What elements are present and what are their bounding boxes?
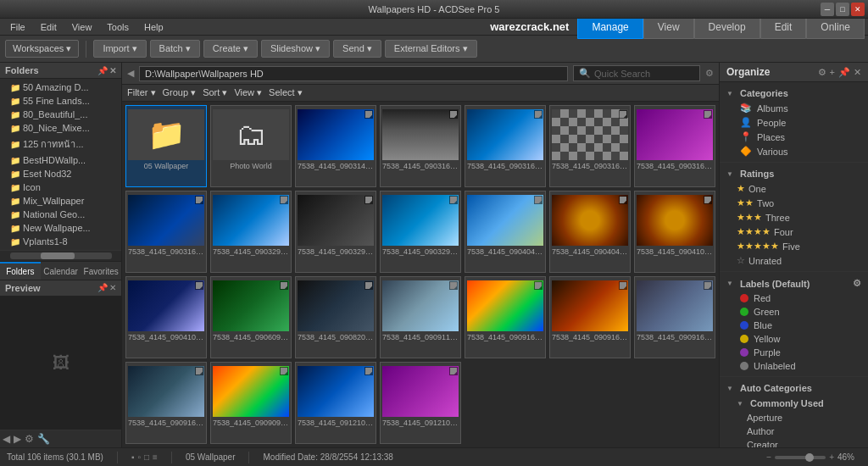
zoom-track[interactable] (775, 456, 826, 459)
preview-tool-2[interactable]: ▶ (14, 433, 21, 445)
org-item-places[interactable]: 📍 Places (720, 130, 868, 144)
rating-five[interactable]: ★★★★★Five (720, 239, 868, 253)
sidebar-tab-folders[interactable]: Folders (0, 262, 41, 280)
sidebar-tab-favorites[interactable]: Favorites (81, 262, 121, 280)
thumb-size-large[interactable]: □ (144, 452, 149, 462)
auto-categories-header[interactable]: ▼ Auto Categories (720, 380, 868, 396)
rating-two[interactable]: ★★Two (720, 196, 868, 210)
sidebar-close-icon[interactable]: ✕ (109, 66, 116, 75)
thumbnail-item[interactable]: 🗂Photo World (210, 105, 292, 187)
labels-header[interactable]: ▼ Labels (Default) ⚙ (720, 275, 868, 291)
scroll-track[interactable] (10, 252, 112, 259)
folder-item[interactable]: 📁Icon (0, 180, 121, 194)
select-tool[interactable]: Select ▾ (269, 87, 303, 98)
create-button[interactable]: Create ▾ (203, 40, 258, 58)
sidebar-tab-calendar[interactable]: Calendar (41, 262, 81, 280)
categories-header[interactable]: ▼ Categories (720, 86, 868, 101)
filter-tool[interactable]: Filter ▾ (127, 87, 156, 98)
folder-item[interactable]: 📁80_Beautiful_... (0, 108, 121, 121)
auto-cat-author[interactable]: Author (720, 424, 868, 438)
thumbnail-item[interactable]: 7538_4145_0903161... (549, 105, 631, 187)
preview-close-icon[interactable]: ✕ (109, 283, 116, 292)
external-editors-button[interactable]: External Editors ▾ (385, 40, 477, 58)
label-yellow[interactable]: Yellow (720, 332, 868, 346)
view-tool[interactable]: View ▾ (234, 87, 262, 98)
send-button[interactable]: Send ▾ (333, 40, 381, 58)
folder-item[interactable]: 📁Eset Nod32 (0, 167, 121, 180)
maximize-button[interactable]: □ (836, 3, 849, 16)
folder-item[interactable]: 📁New Wallpape... (0, 221, 121, 235)
org-item-albums[interactable]: 📚 Albums (720, 101, 868, 115)
zoom-plus[interactable]: + (829, 452, 834, 462)
label-red[interactable]: Red (720, 291, 868, 305)
thumbnail-item[interactable]: 7538_4145_0903161... (634, 105, 715, 187)
group-tool[interactable]: Group ▾ (163, 87, 197, 98)
thumbnail-item[interactable]: 7538_4145_0909161... (634, 276, 715, 358)
thumbnail-item[interactable]: 7538_4145_0903290... (380, 191, 461, 273)
rating-four[interactable]: ★★★★Four (720, 225, 868, 239)
auto-cat-aperture[interactable]: Aperture (720, 411, 868, 424)
thumbnail-item[interactable]: 7538_4145_0903161... (125, 191, 207, 273)
thumbnail-item[interactable]: 7538_4145_0909091... (210, 362, 292, 444)
zoom-minus[interactable]: − (766, 452, 771, 462)
thumb-size-medium[interactable]: ▫ (137, 452, 141, 462)
label-green[interactable]: Green (720, 305, 868, 319)
content-nav-back[interactable]: ◀ (127, 68, 134, 79)
menu-tools[interactable]: Tools (100, 20, 136, 34)
search-settings-icon[interactable]: ⚙ (705, 68, 714, 79)
folder-item[interactable]: 📁50 Amazing D... (0, 80, 121, 94)
menu-view[interactable]: View (65, 20, 99, 34)
thumbnail-item[interactable]: 7538_4145_0909161... (465, 276, 546, 358)
thumbnail-item[interactable]: 7538_4145_0903161... (380, 105, 461, 187)
thumbnail-item[interactable]: 7538_4145_0912101... (380, 362, 461, 444)
thumbnail-item[interactable]: 7538_4145_0908201... (295, 276, 376, 358)
folder-item[interactable]: 📁Mix_Wallpaper (0, 194, 121, 208)
thumbnail-item[interactable]: 7538_4145_0903290... (210, 191, 292, 273)
close-button[interactable]: ✕ (851, 3, 865, 16)
ratings-header[interactable]: ▼ Ratings (720, 166, 868, 181)
commonly-used-header[interactable]: ▼ Commonly Used (720, 396, 868, 411)
thumbnail-item[interactable]: 7538_4145_0912101... (295, 362, 376, 444)
thumbnail-item[interactable]: 📁05 Wallpaper (125, 105, 207, 187)
thumbnail-item[interactable]: 7538_4145_0903290... (295, 191, 376, 273)
label-unlabeled[interactable]: Unlabeled (720, 359, 868, 373)
folder-item[interactable]: 📁National Geo... (0, 208, 121, 221)
preview-tool-1[interactable]: ◀ (3, 433, 10, 445)
thumbnail-item[interactable]: 7538_4145_0909161... (125, 362, 207, 444)
thumbnail-item[interactable]: 7538_4145_0906092... (210, 276, 292, 358)
folder-item[interactable]: 📁BestHDWallp... (0, 153, 121, 167)
label-blue[interactable]: Blue (720, 319, 868, 332)
org-item-various[interactable]: 🔶 Various (720, 144, 868, 158)
rating-one[interactable]: ★One (720, 181, 868, 196)
organize-settings-icon[interactable]: ⚙ (818, 67, 826, 78)
menu-edit[interactable]: Edit (34, 20, 64, 34)
rating-three[interactable]: ★★★Three (720, 210, 868, 225)
thumbnail-item[interactable]: 7538_4145_0904041... (465, 191, 546, 273)
thumbnail-item[interactable]: 7538_4145_0904101... (634, 191, 715, 273)
thumbnail-item[interactable]: 7538_4145_0904101... (125, 276, 207, 358)
folder-item[interactable]: 📁55 Fine Lands... (0, 94, 121, 108)
thumbnail-item[interactable]: 7538_4145_0904041... (549, 191, 631, 273)
labels-settings-icon[interactable]: ⚙ (853, 278, 861, 289)
batch-button[interactable]: Batch ▾ (150, 40, 200, 58)
sort-tool[interactable]: Sort ▾ (203, 87, 227, 98)
thumbnail-item[interactable]: 7538_4145_0909111... (380, 276, 461, 358)
thumb-detail-view[interactable]: ≡ (153, 452, 158, 462)
folder-item[interactable]: 📁80_Nice_Mixe... (0, 121, 121, 135)
folder-item[interactable]: 📁125 กาทหน้า... (0, 135, 121, 153)
thumb-size-small[interactable]: ▪ (131, 452, 135, 462)
rating-unrated[interactable]: ☆Unrated (720, 253, 868, 268)
thumbnail-item[interactable]: 7538_4145_0909161... (549, 276, 631, 358)
org-item-people[interactable]: 👤 People (720, 115, 868, 130)
path-bar[interactable]: D:\Wallpaper\Wallpapers HD (139, 66, 568, 81)
thumbnail-item[interactable]: 7538_4145_0903142... (295, 105, 376, 187)
import-button[interactable]: Import ▾ (93, 40, 146, 58)
menu-file[interactable]: File (3, 20, 32, 34)
preview-pin-icon[interactable]: 📌 (97, 283, 108, 292)
menu-help[interactable]: Help (137, 20, 170, 34)
preview-tool-4[interactable]: 🔧 (37, 433, 50, 445)
organize-pin-icon[interactable]: 📌 (838, 67, 850, 78)
sidebar-pin-icon[interactable]: 📌 (97, 66, 108, 75)
slideshow-button[interactable]: Slideshow ▾ (261, 40, 330, 58)
folder-item[interactable]: 📁Vplants1-8 (0, 235, 121, 248)
